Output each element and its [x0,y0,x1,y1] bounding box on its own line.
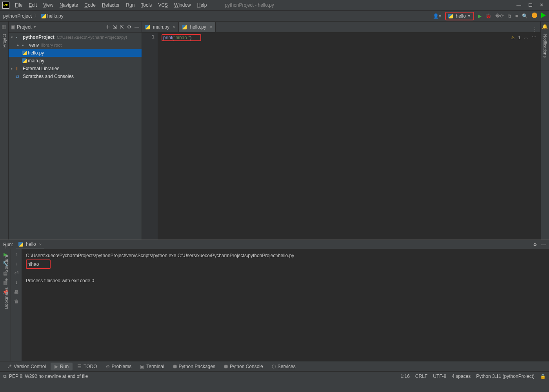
editor-gutter: 1 [142,33,158,240]
right-tool-rail: 🔔 Notifications [540,22,549,240]
tree-scratches-label: Scratches and Consoles [23,74,74,79]
code-with-me-icon[interactable] [541,13,546,19]
folder-icon: ▪ [22,42,27,48]
menu-code[interactable]: Code [82,2,98,9]
code-area[interactable]: print("nihao ") ⚠ 1 ︿ ﹀ [158,33,540,240]
packages-icon: ⬢ [173,364,177,369]
profile-button[interactable]: ⧉ [508,13,511,19]
editor-tab-hello[interactable]: hello.py × [179,22,216,32]
soft-wrap-icon[interactable]: ⏎ [15,270,18,276]
run-output[interactable]: C:\Users\xueco\PycharmProjects\pythonPro… [22,249,549,361]
run-tool-buttons: ⚙ — [533,242,546,247]
bottom-python-packages[interactable]: ⬢Python Packages [169,363,219,370]
editor-tab-main[interactable]: main.py × [142,22,179,32]
close-button[interactable]: ✕ [540,2,544,8]
tree-file-hello[interactable]: hello.py [9,49,142,57]
bottom-problems[interactable]: ⊘Problems [102,363,136,370]
menu-view[interactable]: View [41,2,56,9]
chevron-right-icon[interactable]: ▸ [17,43,22,47]
main-menu: File Edit View Navigate Code Refactor Ru… [13,2,209,9]
scroll-end-icon[interactable]: ⤓ [15,280,18,285]
editor-body[interactable]: 1 print("nihao ") ⚠ 1 ︿ ﹀ [142,33,540,240]
breadcrumb-file[interactable]: hello.py [41,13,63,19]
status-icon[interactable]: ⧉ [3,374,7,379]
status-lock-icon[interactable]: 🔒 [540,374,546,379]
expand-all-icon[interactable]: ⇲ [113,24,117,30]
bottom-vcs[interactable]: ⎇Version Control [2,363,50,370]
chevron-down-icon[interactable]: ▾ [11,35,16,39]
select-open-file-icon[interactable]: ✛ [106,24,110,30]
run-config-selector[interactable]: hello ▼ [445,12,474,20]
tab-options-icon[interactable]: ⋮ [533,27,540,32]
run-coverage-button[interactable]: �⟳ [495,13,504,19]
close-run-tab-icon[interactable]: × [39,242,42,247]
menu-navigate[interactable]: Navigate [57,2,80,9]
project-rail-icon[interactable]: ▦ [2,24,7,29]
print-icon[interactable]: 🖶 [14,289,19,295]
menu-run[interactable]: Run [124,2,137,9]
tree-external-libraries[interactable]: ▸ ⦀ External Libraries [9,65,142,73]
warning-icon[interactable]: ⚠ [511,35,515,40]
menu-help[interactable]: Help [195,2,209,9]
menu-window[interactable]: Window [172,2,193,9]
menu-tools[interactable]: Tools [138,2,154,9]
project-tree[interactable]: ▾ ▪ pythonProject C:\Users\xueco\Pycharm… [9,33,142,240]
status-interpreter[interactable]: Python 3.11 (pythonProject) [476,374,534,379]
settings-icon[interactable]: ⚙ [127,24,131,30]
down-stack-icon[interactable]: ↓ [15,261,18,267]
bottom-run[interactable]: ▶Run [51,363,73,370]
up-stack-icon[interactable]: ↑ [15,252,18,257]
next-highlight-icon[interactable]: ﹀ [532,34,536,41]
hide-tool-icon[interactable]: — [135,24,139,30]
tab-label: main.py [153,24,169,30]
tree-file-main[interactable]: main.py [9,57,142,65]
menu-vcs[interactable]: VCS [156,2,170,9]
tree-venv[interactable]: ▸ ▪ venv library root [9,41,142,49]
close-tab-icon[interactable]: × [173,25,175,29]
bookmarks-icon[interactable]: ★ [4,277,9,283]
run-settings-icon[interactable]: ⚙ [533,242,537,247]
menu-edit[interactable]: Edit [26,2,39,9]
menu-file[interactable]: File [13,2,25,9]
status-encoding[interactable]: UTF-8 [433,374,446,379]
tree-venv-label: venv [29,42,39,48]
breadcrumb-separator-icon: 〉 [33,13,40,19]
notifications-icon[interactable]: 🔔 [542,24,548,29]
line-number: 1 [142,34,155,40]
bookmarks-rail-label[interactable]: Bookmarks [4,285,9,311]
lower-left-rails: ⌗ Structure ★ Bookmarks [0,241,13,311]
status-indent[interactable]: 4 spaces [452,374,471,379]
breadcrumb-project[interactable]: pythonProject [3,13,32,19]
bottom-python-console[interactable]: ⬢Python Console [220,363,267,370]
bottom-services[interactable]: ⬡Services [268,363,300,370]
run-button[interactable]: ▶ [478,13,482,19]
debug-button[interactable]: 🐞 [485,13,491,19]
tree-root[interactable]: ▾ ▪ pythonProject C:\Users\xueco\Pycharm… [9,33,142,41]
stop-button[interactable]: ■ [515,13,518,19]
ide-updates-icon[interactable] [532,13,537,19]
project-tool-title[interactable]: Project [17,24,31,30]
collapse-all-icon[interactable]: ⇱ [120,24,124,30]
menu-refactor[interactable]: Refactor [100,2,122,9]
add-user-icon[interactable]: 👤▾ [433,13,441,19]
bottom-terminal[interactable]: ▣Terminal [136,363,168,370]
project-rail-label[interactable]: Project [2,33,7,49]
maximize-button[interactable]: ☐ [528,2,533,8]
prev-highlight-icon[interactable]: ︿ [524,34,529,41]
hide-run-icon[interactable]: — [541,242,546,247]
project-view-dropdown-icon[interactable]: ▼ [33,25,36,29]
clear-icon[interactable]: 🗑 [14,299,19,304]
chevron-right-icon[interactable]: ▸ [11,67,16,71]
navigation-bar: pythonProject 〉 hello.py 👤▾ hello ▼ ▶ 🐞 … [0,11,549,22]
run-tab[interactable]: hello × [16,241,44,249]
structure-rail-label[interactable]: Structure [4,252,9,275]
tree-scratches[interactable]: ⧉ Scratches and Consoles [9,73,142,80]
notifications-rail-label[interactable]: Notifications [543,33,547,59]
search-everywhere-icon[interactable]: 🔍 [522,13,528,19]
structure-icon[interactable]: ⌗ [5,245,8,250]
status-line-separator[interactable]: CRLF [415,374,427,379]
minimize-button[interactable]: — [516,2,521,8]
close-tab-icon[interactable]: × [210,25,212,29]
bottom-todo[interactable]: ☰TODO [73,363,101,370]
status-caret-position[interactable]: 1:16 [401,374,410,379]
